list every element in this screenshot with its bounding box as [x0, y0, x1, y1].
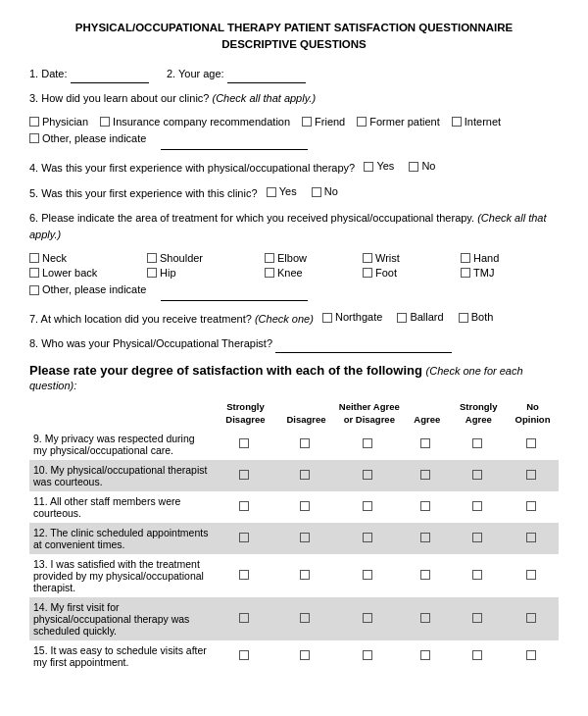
checkbox[interactable] — [526, 650, 536, 660]
checkbox[interactable] — [239, 613, 249, 623]
rating-checkbox[interactable] — [450, 491, 507, 523]
q6-hip[interactable]: Hip — [147, 267, 253, 279]
checkbox[interactable] — [239, 470, 249, 480]
checkbox[interactable] — [526, 501, 536, 511]
checkbox[interactable] — [300, 613, 310, 623]
rating-checkbox[interactable] — [334, 523, 404, 554]
q4-no[interactable]: No — [409, 158, 435, 176]
checkbox-q4-no[interactable] — [409, 162, 418, 172]
checkbox-other[interactable] — [29, 133, 39, 143]
rating-checkbox[interactable] — [334, 460, 404, 491]
rating-checkbox[interactable] — [213, 523, 277, 554]
rating-checkbox[interactable] — [450, 460, 507, 491]
rating-checkbox[interactable] — [278, 429, 335, 460]
checkbox-physician[interactable] — [29, 117, 39, 127]
checkbox[interactable] — [239, 501, 249, 511]
rating-checkbox[interactable] — [278, 640, 335, 672]
rating-checkbox[interactable] — [450, 523, 507, 554]
checkbox[interactable] — [300, 650, 310, 660]
q3-internet[interactable]: Internet — [452, 116, 501, 128]
checkbox[interactable] — [300, 470, 310, 480]
checkbox[interactable] — [300, 501, 310, 511]
q7-both[interactable]: Both — [459, 309, 494, 327]
rating-checkbox[interactable] — [334, 597, 404, 640]
rating-checkbox[interactable] — [334, 429, 404, 460]
rating-checkbox[interactable] — [450, 640, 507, 672]
rating-checkbox[interactable] — [404, 523, 450, 554]
q7-northgate[interactable]: Northgate — [322, 309, 382, 327]
rating-checkbox[interactable] — [213, 597, 277, 640]
q3-friend[interactable]: Friend — [302, 116, 345, 128]
q3-former[interactable]: Former patient — [357, 116, 440, 128]
checkbox-internet[interactable] — [452, 117, 462, 127]
rating-checkbox[interactable] — [507, 554, 559, 597]
q6-wrist[interactable]: Wrist — [363, 252, 449, 264]
q4-yes[interactable]: Yes — [364, 158, 394, 176]
checkbox[interactable] — [300, 438, 310, 448]
rating-checkbox[interactable] — [507, 640, 559, 672]
q6-lower-back[interactable]: Lower back — [29, 267, 135, 279]
other-field[interactable] — [161, 131, 308, 150]
q6-other[interactable]: Other, please indicate — [29, 281, 146, 299]
q6-tmj[interactable]: TMJ — [461, 267, 547, 279]
rating-checkbox[interactable] — [213, 554, 277, 597]
checkbox[interactable] — [300, 533, 310, 542]
checkbox[interactable] — [472, 470, 482, 480]
rating-checkbox[interactable] — [213, 491, 277, 523]
rating-checkbox[interactable] — [507, 491, 559, 523]
checkbox[interactable] — [363, 501, 372, 511]
q6-foot[interactable]: Foot — [363, 267, 449, 279]
checkbox[interactable] — [472, 438, 482, 448]
rating-checkbox[interactable] — [213, 640, 277, 672]
rating-checkbox[interactable] — [404, 640, 450, 672]
q5-yes[interactable]: Yes — [267, 183, 297, 201]
rating-checkbox[interactable] — [507, 429, 559, 460]
checkbox[interactable] — [472, 570, 482, 580]
checkbox[interactable] — [526, 438, 536, 448]
rating-checkbox[interactable] — [507, 523, 559, 554]
checkbox[interactable] — [526, 613, 536, 623]
checkbox[interactable] — [420, 650, 430, 660]
checkbox-friend[interactable] — [302, 117, 312, 127]
rating-checkbox[interactable] — [278, 597, 335, 640]
q3-physician[interactable]: Physician — [29, 116, 88, 128]
checkbox[interactable] — [472, 533, 482, 542]
rating-checkbox[interactable] — [404, 554, 450, 597]
q6-neck[interactable]: Neck — [29, 252, 135, 264]
rating-checkbox[interactable] — [450, 554, 507, 597]
checkbox[interactable] — [363, 438, 372, 448]
rating-checkbox[interactable] — [213, 460, 277, 491]
checkbox[interactable] — [363, 650, 372, 660]
checkbox[interactable] — [420, 501, 430, 511]
checkbox[interactable] — [239, 570, 249, 580]
checkbox[interactable] — [472, 613, 482, 623]
rating-checkbox[interactable] — [404, 597, 450, 640]
rating-checkbox[interactable] — [404, 429, 450, 460]
rating-checkbox[interactable] — [404, 491, 450, 523]
rating-checkbox[interactable] — [334, 491, 404, 523]
rating-checkbox[interactable] — [334, 640, 404, 672]
checkbox[interactable] — [239, 650, 249, 660]
checkbox[interactable] — [363, 613, 372, 623]
checkbox[interactable] — [420, 533, 430, 542]
q3-other[interactable]: Other, please indicate — [29, 130, 146, 148]
rating-checkbox[interactable] — [507, 597, 559, 640]
checkbox[interactable] — [526, 533, 536, 542]
checkbox[interactable] — [300, 570, 310, 580]
checkbox[interactable] — [420, 438, 430, 448]
rating-checkbox[interactable] — [213, 429, 277, 460]
checkbox-q5-yes[interactable] — [267, 187, 276, 197]
q6-knee[interactable]: Knee — [265, 267, 351, 279]
rating-checkbox[interactable] — [450, 597, 507, 640]
checkbox[interactable] — [472, 650, 482, 660]
q3-insurance[interactable]: Insurance company recommendation — [100, 116, 290, 128]
checkbox-q4-yes[interactable] — [364, 162, 373, 172]
checkbox-insurance[interactable] — [100, 117, 110, 127]
checkbox[interactable] — [239, 533, 249, 542]
q6-hand[interactable]: Hand — [461, 252, 547, 264]
checkbox[interactable] — [472, 501, 482, 511]
rating-checkbox[interactable] — [278, 523, 335, 554]
checkbox[interactable] — [526, 470, 536, 480]
therapist-field[interactable] — [275, 335, 452, 354]
rating-checkbox[interactable] — [334, 554, 404, 597]
